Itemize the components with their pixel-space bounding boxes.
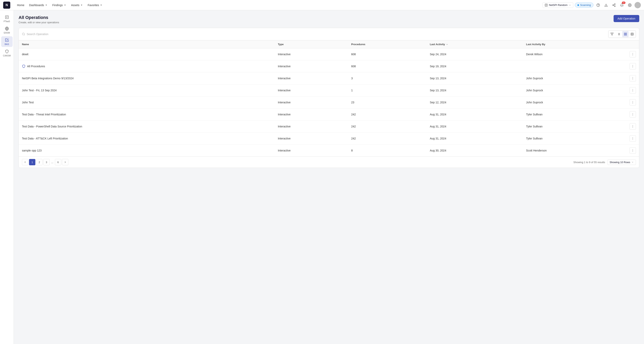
svg-point-35 — [632, 89, 633, 90]
cell-last-activity-7: Aug 31, 2024 — [427, 133, 523, 145]
page-subtitle: Create, edit or view your operations — [18, 21, 59, 24]
cell-type-4: Interactive — [274, 96, 348, 109]
svg-point-52 — [632, 151, 633, 152]
results-count: Showing 1 to 9 of 55 results — [574, 161, 605, 164]
row-actions-button-5[interactable] — [630, 111, 636, 118]
table-row: All Procedures Interactive 608 Sep 19, 2… — [19, 60, 639, 72]
row-actions-button-3[interactable] — [630, 87, 636, 94]
workspace-selector[interactable]: NetSPI Random — [542, 2, 573, 8]
page-1-button[interactable]: 1 — [29, 159, 35, 165]
svg-point-44 — [632, 125, 633, 126]
settings-button[interactable] — [626, 2, 633, 8]
operations-table-card: Name Type Procedures Last Activity — [18, 28, 639, 168]
search-input[interactable] — [27, 32, 140, 36]
svg-point-30 — [632, 66, 633, 66]
svg-point-29 — [632, 65, 633, 65]
svg-point-9 — [630, 4, 630, 5]
svg-point-12 — [22, 33, 24, 35]
svg-point-45 — [632, 126, 633, 127]
view-controls — [608, 30, 636, 38]
nav-home[interactable]: Home — [15, 2, 26, 8]
cell-name-5: Test Data - Threat Intel Prioritization — [19, 109, 274, 121]
nav-findings[interactable]: Findings — [50, 2, 68, 8]
filter-button[interactable] — [609, 31, 615, 37]
cell-name-4: John Test — [19, 96, 274, 109]
share-button[interactable] — [611, 2, 617, 8]
svg-point-39 — [632, 102, 633, 103]
notifications-button[interactable]: 69 — [619, 2, 625, 8]
svg-point-42 — [632, 114, 633, 115]
row-actions-button-8[interactable] — [630, 147, 636, 154]
cell-type-6: Interactive — [274, 121, 348, 133]
cell-procedures-6: 242 — [348, 121, 427, 133]
cell-last-activity-by-8: Scott Henderson — [523, 145, 626, 157]
col-type: Type — [274, 40, 348, 48]
cell-actions-7 — [626, 133, 639, 145]
nav-favorites[interactable]: Favorites — [86, 2, 105, 8]
row-actions-button-7[interactable] — [630, 135, 636, 142]
app-logo[interactable]: N — [3, 1, 10, 9]
nav-right-controls: NetSPI Random Scanning 69 — [542, 2, 641, 8]
help-button[interactable] — [595, 2, 601, 8]
svg-line-8 — [614, 4, 614, 5]
cell-last-activity-2: Sep 13, 2024 — [427, 72, 523, 84]
row-actions-button-2[interactable] — [630, 75, 636, 81]
cell-actions-2 — [626, 72, 639, 84]
svg-point-5 — [612, 4, 614, 5]
svg-point-38 — [632, 101, 633, 102]
col-name: Name — [19, 40, 274, 48]
page-3-button[interactable]: 3 — [43, 159, 50, 165]
cell-type-5: Interactive — [274, 109, 348, 121]
row-actions-button-1[interactable] — [630, 63, 636, 69]
compact-view-button[interactable] — [629, 31, 635, 37]
svg-point-28 — [632, 55, 633, 55]
cell-type-8: Interactive — [274, 145, 348, 157]
svg-point-26 — [632, 53, 633, 53]
scanning-status[interactable]: Scanning — [575, 2, 594, 7]
rows-per-page-selector[interactable]: Showing 10 Rows — [608, 160, 636, 165]
next-page-button[interactable] — [62, 159, 68, 165]
cell-name-2: NetSPI Beta Integrations Demo 9/13/2024 — [19, 72, 274, 84]
grid-view-button[interactable] — [622, 31, 628, 37]
svg-rect-23 — [626, 34, 626, 35]
sidebar-item-easm[interactable]: EASM — [1, 25, 13, 35]
row-actions-button-4[interactable] — [630, 99, 636, 106]
sidebar-item-ptaas[interactable]: PTaaS — [1, 13, 13, 24]
bas-icon — [5, 38, 9, 42]
col-last-activity[interactable]: Last Activity — [427, 40, 523, 48]
col-actions — [626, 40, 639, 48]
nav-assets[interactable]: Assets — [69, 2, 85, 8]
row-actions-button-6[interactable] — [630, 123, 636, 130]
svg-point-51 — [632, 150, 633, 151]
sidebar-item-caasm[interactable]: CAASM — [1, 48, 13, 58]
cell-actions-1 — [626, 60, 639, 72]
table-row: dewit Interactive 608 Sep 24, 2024 Derek… — [19, 48, 639, 60]
list-view-button[interactable] — [616, 31, 622, 37]
cell-actions-0 — [626, 48, 639, 60]
page-2-button[interactable]: 2 — [36, 159, 42, 165]
cell-name-7: Test Data - ATT&CK Left Prioritization — [19, 133, 274, 145]
table-row: Test Data - ATT&CK Left Prioritization I… — [19, 133, 639, 145]
cell-name-1: All Procedures — [19, 60, 274, 72]
sidebar-item-bas[interactable]: BAS — [1, 36, 13, 47]
add-operation-button[interactable]: Add Operation — [614, 15, 639, 22]
svg-point-36 — [632, 90, 633, 91]
download-button[interactable] — [603, 2, 609, 8]
cell-last-activity-3: Sep 13, 2024 — [427, 84, 523, 96]
cell-procedures-3: 1 — [348, 84, 427, 96]
page-6-button[interactable]: 6 — [55, 159, 61, 165]
prev-page-button[interactable] — [22, 159, 28, 165]
user-avatar[interactable] — [634, 2, 641, 8]
cell-last-activity-8: Aug 30, 2024 — [427, 145, 523, 157]
pagination-controls: 1 2 3 ... 6 — [22, 159, 68, 165]
svg-point-47 — [632, 137, 633, 138]
row-actions-button-0[interactable] — [630, 51, 636, 57]
search-icon — [22, 32, 25, 36]
cell-last-activity-by-7: Tyler Sullivan — [523, 133, 626, 145]
cell-last-activity-0: Sep 24, 2024 — [427, 48, 523, 60]
nav-dashboards[interactable]: Dashboards — [27, 2, 50, 8]
sidebar: PTaaS EASM BAS CAASM — [0, 10, 14, 344]
pagination-bar: 1 2 3 ... 6 Showing 1 to 9 of 55 results… — [19, 157, 639, 168]
scanning-dot — [578, 4, 579, 6]
cell-type-7: Interactive — [274, 133, 348, 145]
